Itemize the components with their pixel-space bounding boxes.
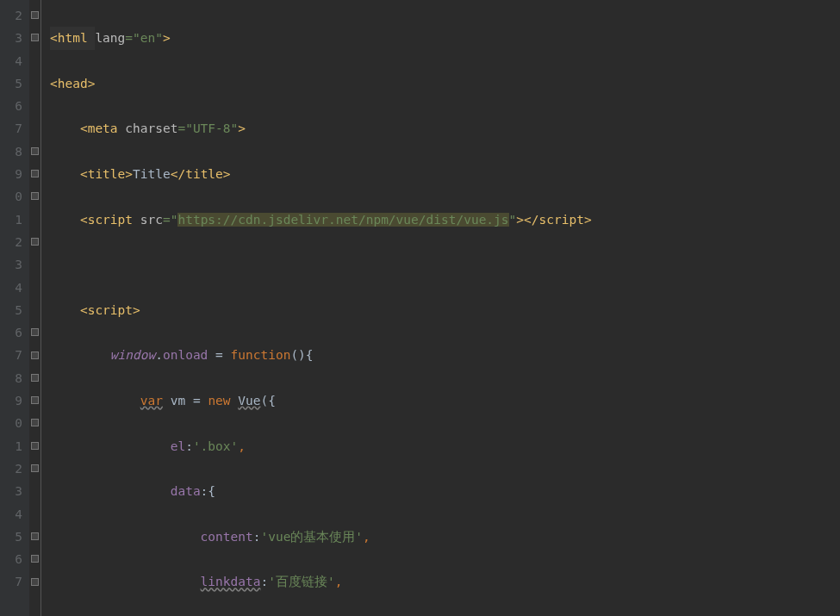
line-number: 5: [0, 526, 22, 548]
tag-close: >: [163, 31, 171, 45]
fold-marker-icon[interactable]: [31, 328, 39, 336]
tag-name: script: [88, 213, 140, 227]
eq: =: [125, 31, 133, 45]
line-number: 3: [0, 27, 22, 49]
eq: =: [163, 213, 171, 227]
fold-marker-icon[interactable]: [31, 147, 39, 155]
tag-open: <: [80, 303, 88, 317]
prop: onload: [163, 348, 215, 362]
tag-name: head: [58, 77, 88, 90]
comma: ,: [335, 575, 343, 588]
sp: [163, 394, 171, 408]
colon: :: [260, 575, 268, 588]
prop: el: [171, 439, 185, 453]
fold-marker-icon[interactable]: [31, 34, 39, 41]
line-number: 4: [0, 503, 22, 526]
code-line[interactable]: linkdata:'百度链接',: [50, 570, 840, 593]
tag-name: meta: [88, 121, 126, 135]
tag-close: >: [223, 167, 231, 181]
line-number: 9: [0, 163, 22, 185]
fold-marker-icon[interactable]: [31, 578, 39, 586]
text: Title: [133, 167, 171, 181]
code-line[interactable]: content:'vue的基本使用',: [50, 526, 840, 548]
str: '百度链接': [268, 575, 334, 588]
keyword: function: [231, 348, 291, 362]
code-area[interactable]: <html lang="en"> <head> <meta charset="U…: [41, 0, 840, 616]
code-line[interactable]: <html lang="en">: [50, 27, 840, 49]
code-line[interactable]: el:'.box',: [50, 435, 840, 457]
line-number: 3: [0, 480, 22, 502]
str: '.box': [193, 439, 238, 453]
code-line[interactable]: <title>Title</title>: [50, 163, 840, 185]
line-number-gutter: 23456789012345678901234567: [0, 0, 29, 616]
fold-marker-icon[interactable]: [31, 192, 39, 200]
code-line[interactable]: data:{: [50, 480, 840, 502]
fold-marker-icon[interactable]: [31, 532, 39, 540]
tag-name: title: [88, 167, 126, 181]
line-number: 8: [0, 140, 22, 163]
comma: ,: [238, 439, 246, 453]
line-number: 2: [0, 4, 22, 27]
attr: lang: [95, 31, 125, 45]
tag-open: <: [80, 121, 88, 135]
tag-close: >: [133, 303, 140, 317]
eq: =: [177, 121, 185, 135]
code-line[interactable]: window.onload = function(){: [50, 344, 840, 366]
fold-marker-icon[interactable]: [31, 11, 39, 19]
comma: ,: [363, 530, 370, 544]
line-number: 1: [0, 208, 22, 231]
tag-close: >: [88, 77, 96, 90]
line-number: 0: [0, 412, 22, 434]
line-number: 4: [0, 50, 22, 72]
line-number: 6: [0, 321, 22, 344]
fold-marker-icon[interactable]: [31, 464, 39, 472]
code-line[interactable]: <head>: [50, 72, 840, 95]
fold-column: [29, 0, 41, 616]
fold-marker-icon[interactable]: [31, 352, 39, 359]
line-number: 6: [0, 95, 22, 117]
code-editor: 23456789012345678901234567 <html lang="e…: [0, 0, 840, 616]
fold-marker-icon[interactable]: [31, 238, 39, 246]
tag-close: ></: [516, 213, 538, 227]
punc: ({: [261, 394, 276, 408]
code-line[interactable]: <script>: [50, 299, 840, 321]
code-line[interactable]: <meta charset="UTF-8">: [50, 117, 840, 140]
code-line[interactable]: <script src="https://cdn.jsdelivr.net/np…: [50, 208, 840, 231]
tag-open: <: [50, 31, 58, 45]
line-number: 7: [0, 570, 22, 593]
keyword: new: [208, 394, 238, 408]
code-line[interactable]: [50, 253, 840, 276]
tag-close: >: [125, 167, 133, 181]
tag-open: <: [80, 213, 88, 227]
prop: linkdata: [201, 575, 261, 588]
line-number: 1: [0, 435, 22, 457]
attr: charset: [125, 121, 177, 135]
line-number: 2: [0, 457, 22, 480]
attr-val: "en": [133, 31, 163, 45]
eq: =: [193, 394, 208, 408]
fold-marker-icon[interactable]: [31, 419, 39, 426]
fold-marker-icon[interactable]: [31, 555, 39, 563]
prop: data: [171, 484, 201, 498]
prop: content: [201, 530, 253, 544]
fold-marker-icon[interactable]: [31, 442, 39, 450]
line-number: 8: [0, 367, 22, 389]
line-number: 6: [0, 548, 22, 570]
line-number: 4: [0, 277, 22, 299]
line-number: 5: [0, 72, 22, 95]
str: 'vue的基本使用': [260, 530, 363, 544]
fold-marker-icon[interactable]: [31, 170, 39, 177]
code-line[interactable]: var vm = new Vue({: [50, 389, 840, 412]
brace: {: [208, 484, 215, 498]
tag-close: >: [584, 213, 592, 227]
line-number: 2: [0, 231, 22, 253]
punc: (){: [290, 348, 313, 362]
keyword: var: [140, 394, 163, 408]
line-number: 9: [0, 389, 22, 412]
fold-marker-icon[interactable]: [31, 396, 39, 404]
window-obj: window: [110, 348, 155, 362]
fold-marker-icon[interactable]: [31, 374, 39, 382]
ident: vm: [171, 394, 193, 408]
tag-name: title: [185, 167, 223, 181]
tag-name: script: [88, 303, 133, 317]
